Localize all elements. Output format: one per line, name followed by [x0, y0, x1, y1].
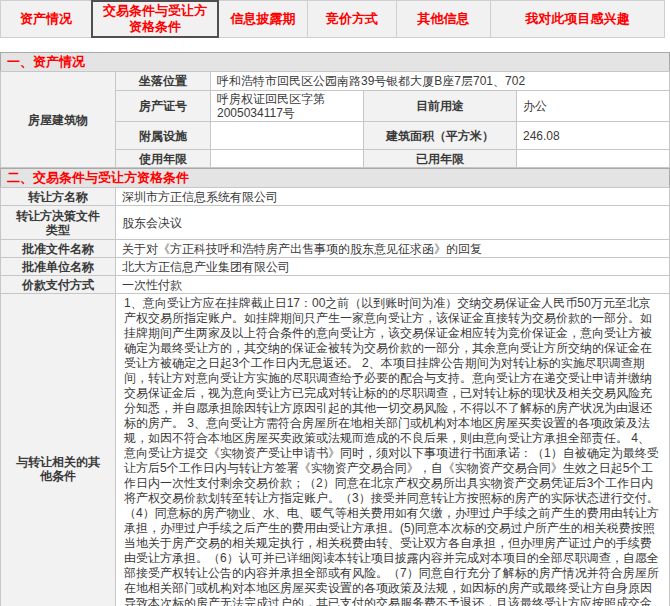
- used-years-value: [517, 150, 670, 168]
- section-title-deal: 二、交易条件与受让方资格条件: [0, 168, 670, 187]
- asset-table: 房屋建筑物 坐落位置 呼和浩特市回民区公园南路39号银都大厦B座7层701、70…: [0, 71, 670, 168]
- service-years-label: 使用年限: [116, 150, 211, 168]
- tab-asset-info[interactable]: 资产情况: [0, 0, 92, 38]
- tab-interested-button[interactable]: 我对此项目感兴趣: [490, 0, 665, 38]
- approval-doc-label: 批准文件名称: [1, 240, 116, 258]
- tab-other-info[interactable]: 其他信息: [396, 0, 491, 38]
- section-title-asset: 一、资产情况: [0, 52, 670, 71]
- transferor-name-label: 转让方名称: [1, 188, 116, 206]
- deal-table: 转让方名称 深圳市方正信息系统有限公司 转让方决策文件类型 股东会决议 批准文件…: [0, 187, 670, 606]
- payment-method-value: 一次性付款: [116, 276, 670, 294]
- current-use-value: 办公: [517, 91, 670, 122]
- tab-deal-conditions[interactable]: 交易条件与受让方资格条件: [91, 0, 219, 38]
- service-years-value: [211, 150, 364, 168]
- facilities-label: 附属设施: [116, 122, 211, 150]
- facilities-value: [211, 122, 364, 150]
- location-label: 坐落位置: [116, 72, 211, 91]
- listing-detail-page: 资产情况 交易条件与受让方资格条件 信息披露期 竞价方式 其他信息 我对此项目感…: [0, 0, 670, 606]
- table-row: 与转让相关的其他条件 1、意向受让方应在挂牌截止日17：00之前（以到账时间为准…: [1, 294, 670, 606]
- transferor-name-value: 深圳市方正信息系统有限公司: [116, 188, 670, 206]
- tab-bidding-method[interactable]: 竞价方式: [307, 0, 397, 38]
- spacer: [0, 38, 670, 52]
- building-area-value: 246.08: [517, 122, 670, 150]
- payment-method-label: 价款支付方式: [1, 276, 116, 294]
- cert-number-value: 呼房权证回民区字第2005034117号: [211, 91, 364, 122]
- approval-unit-value: 北大方正信息产业集团有限公司: [116, 258, 670, 276]
- decision-doc-type-label: 转让方决策文件类型: [1, 206, 116, 240]
- approval-unit-label: 批准单位名称: [1, 258, 116, 276]
- cert-number-label: 房产证号: [116, 91, 211, 122]
- tab-bar: 资产情况 交易条件与受让方资格条件 信息披露期 竞价方式 其他信息 我对此项目感…: [0, 0, 670, 38]
- current-use-label: 目前用途: [364, 91, 517, 122]
- table-row: 房屋建筑物 坐落位置 呼和浩特市回民区公园南路39号银都大厦B座7层701、70…: [1, 72, 670, 91]
- other-conditions-value: 1、意向受让方应在挂牌截止日17：00之前（以到账时间为准）交纳交易保证金人民币…: [116, 294, 670, 606]
- table-row: 转让方名称 深圳市方正信息系统有限公司: [1, 188, 670, 206]
- asset-category-label: 房屋建筑物: [1, 72, 116, 168]
- tab-disclosure-period[interactable]: 信息披露期: [218, 0, 308, 38]
- table-row: 批准单位名称 北大方正信息产业集团有限公司: [1, 258, 670, 276]
- table-row: 批准文件名称 关于对《方正科技呼和浩特房产出售事项的股东意见征求函》的回复: [1, 240, 670, 258]
- other-conditions-label: 与转让相关的其他条件: [1, 294, 116, 606]
- table-row: 转让方决策文件类型 股东会决议: [1, 206, 670, 240]
- used-years-label: 已用年限: [364, 150, 517, 168]
- location-value: 呼和浩特市回民区公园南路39号银都大厦B座7层701、702: [211, 72, 670, 91]
- building-area-label: 建筑面积（平方米）: [364, 122, 517, 150]
- decision-doc-type-value: 股东会决议: [116, 206, 670, 240]
- approval-doc-value: 关于对《方正科技呼和浩特房产出售事项的股东意见征求函》的回复: [116, 240, 670, 258]
- table-row: 价款支付方式 一次性付款: [1, 276, 670, 294]
